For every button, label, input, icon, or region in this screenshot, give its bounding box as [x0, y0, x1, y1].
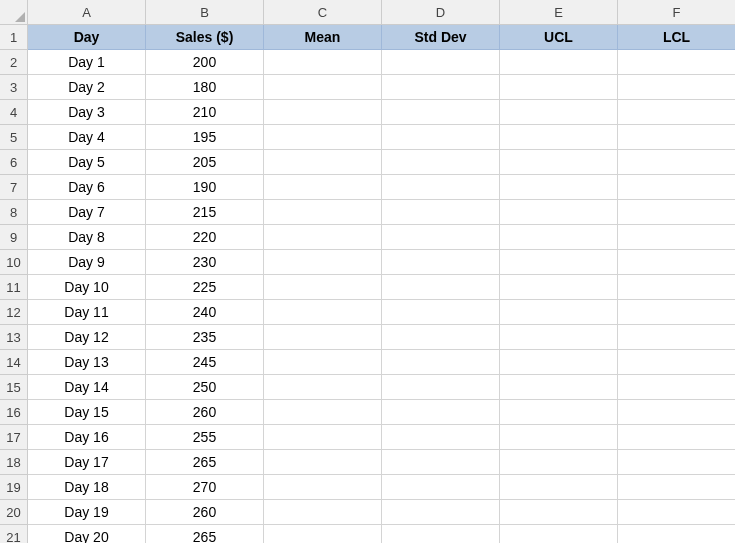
- cell-E16[interactable]: [500, 400, 618, 425]
- cell-A3[interactable]: Day 2: [28, 75, 146, 100]
- cell-F15[interactable]: [618, 375, 735, 400]
- cell-F8[interactable]: [618, 200, 735, 225]
- column-header-E[interactable]: E: [500, 0, 618, 25]
- cell-C17[interactable]: [264, 425, 382, 450]
- cell-E19[interactable]: [500, 475, 618, 500]
- header-cell-E[interactable]: UCL: [500, 25, 618, 50]
- cell-E15[interactable]: [500, 375, 618, 400]
- row-header-19[interactable]: 19: [0, 475, 28, 500]
- cell-E21[interactable]: [500, 525, 618, 543]
- cell-D7[interactable]: [382, 175, 500, 200]
- header-cell-D[interactable]: Std Dev: [382, 25, 500, 50]
- cell-D9[interactable]: [382, 225, 500, 250]
- row-header-18[interactable]: 18: [0, 450, 28, 475]
- row-header-14[interactable]: 14: [0, 350, 28, 375]
- cell-B13[interactable]: 235: [146, 325, 264, 350]
- cell-D4[interactable]: [382, 100, 500, 125]
- cell-D16[interactable]: [382, 400, 500, 425]
- row-header-20[interactable]: 20: [0, 500, 28, 525]
- cell-E11[interactable]: [500, 275, 618, 300]
- cell-A19[interactable]: Day 18: [28, 475, 146, 500]
- cell-E6[interactable]: [500, 150, 618, 175]
- column-header-D[interactable]: D: [382, 0, 500, 25]
- row-header-1[interactable]: 1: [0, 25, 28, 50]
- cell-C10[interactable]: [264, 250, 382, 275]
- column-header-A[interactable]: A: [28, 0, 146, 25]
- cell-D20[interactable]: [382, 500, 500, 525]
- cell-B11[interactable]: 225: [146, 275, 264, 300]
- cell-D11[interactable]: [382, 275, 500, 300]
- cell-A10[interactable]: Day 9: [28, 250, 146, 275]
- cell-B7[interactable]: 190: [146, 175, 264, 200]
- cell-A14[interactable]: Day 13: [28, 350, 146, 375]
- cell-B2[interactable]: 200: [146, 50, 264, 75]
- cell-E20[interactable]: [500, 500, 618, 525]
- cell-F2[interactable]: [618, 50, 735, 75]
- cell-B3[interactable]: 180: [146, 75, 264, 100]
- header-cell-A[interactable]: Day: [28, 25, 146, 50]
- cell-A20[interactable]: Day 19: [28, 500, 146, 525]
- cell-B12[interactable]: 240: [146, 300, 264, 325]
- cell-A2[interactable]: Day 1: [28, 50, 146, 75]
- cell-B17[interactable]: 255: [146, 425, 264, 450]
- cell-B21[interactable]: 265: [146, 525, 264, 543]
- cell-F3[interactable]: [618, 75, 735, 100]
- cell-E7[interactable]: [500, 175, 618, 200]
- column-header-C[interactable]: C: [264, 0, 382, 25]
- cell-F21[interactable]: [618, 525, 735, 543]
- cell-A17[interactable]: Day 16: [28, 425, 146, 450]
- cell-E8[interactable]: [500, 200, 618, 225]
- cell-C7[interactable]: [264, 175, 382, 200]
- cell-C5[interactable]: [264, 125, 382, 150]
- row-header-2[interactable]: 2: [0, 50, 28, 75]
- cell-F19[interactable]: [618, 475, 735, 500]
- cell-B6[interactable]: 205: [146, 150, 264, 175]
- cell-E12[interactable]: [500, 300, 618, 325]
- cell-B20[interactable]: 260: [146, 500, 264, 525]
- cell-D3[interactable]: [382, 75, 500, 100]
- cell-C15[interactable]: [264, 375, 382, 400]
- cell-F13[interactable]: [618, 325, 735, 350]
- cell-B8[interactable]: 215: [146, 200, 264, 225]
- row-header-8[interactable]: 8: [0, 200, 28, 225]
- cell-F7[interactable]: [618, 175, 735, 200]
- cell-F12[interactable]: [618, 300, 735, 325]
- spreadsheet-grid[interactable]: ABCDEF1DaySales ($)MeanStd DevUCLLCL2Day…: [0, 0, 735, 543]
- cell-D14[interactable]: [382, 350, 500, 375]
- cell-A16[interactable]: Day 15: [28, 400, 146, 425]
- cell-D13[interactable]: [382, 325, 500, 350]
- row-header-5[interactable]: 5: [0, 125, 28, 150]
- cell-F14[interactable]: [618, 350, 735, 375]
- cell-B10[interactable]: 230: [146, 250, 264, 275]
- cell-A13[interactable]: Day 12: [28, 325, 146, 350]
- cell-D10[interactable]: [382, 250, 500, 275]
- cell-E14[interactable]: [500, 350, 618, 375]
- cell-D19[interactable]: [382, 475, 500, 500]
- cell-D18[interactable]: [382, 450, 500, 475]
- cell-F10[interactable]: [618, 250, 735, 275]
- cell-F20[interactable]: [618, 500, 735, 525]
- cell-C18[interactable]: [264, 450, 382, 475]
- cell-E4[interactable]: [500, 100, 618, 125]
- cell-D17[interactable]: [382, 425, 500, 450]
- row-header-10[interactable]: 10: [0, 250, 28, 275]
- column-header-F[interactable]: F: [618, 0, 735, 25]
- cell-C8[interactable]: [264, 200, 382, 225]
- column-header-B[interactable]: B: [146, 0, 264, 25]
- cell-D21[interactable]: [382, 525, 500, 543]
- cell-C14[interactable]: [264, 350, 382, 375]
- cell-D15[interactable]: [382, 375, 500, 400]
- cell-A4[interactable]: Day 3: [28, 100, 146, 125]
- cell-E2[interactable]: [500, 50, 618, 75]
- cell-C6[interactable]: [264, 150, 382, 175]
- row-header-9[interactable]: 9: [0, 225, 28, 250]
- cell-E13[interactable]: [500, 325, 618, 350]
- header-cell-F[interactable]: LCL: [618, 25, 735, 50]
- cell-E3[interactable]: [500, 75, 618, 100]
- cell-E5[interactable]: [500, 125, 618, 150]
- cell-F16[interactable]: [618, 400, 735, 425]
- cell-A6[interactable]: Day 5: [28, 150, 146, 175]
- cell-C20[interactable]: [264, 500, 382, 525]
- cell-D6[interactable]: [382, 150, 500, 175]
- select-all-corner[interactable]: [0, 0, 28, 25]
